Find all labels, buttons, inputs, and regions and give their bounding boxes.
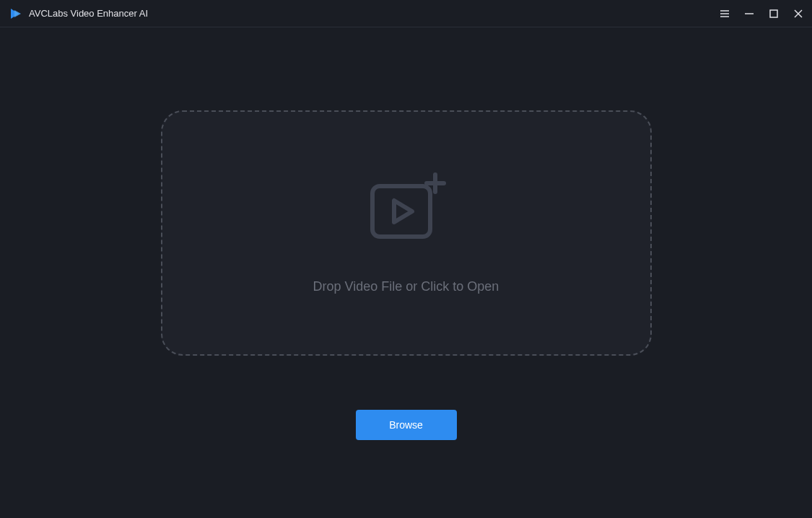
browse-button[interactable]: Browse (356, 410, 457, 440)
titlebar: AVCLabs Video Enhancer AI (0, 0, 812, 27)
menu-icon[interactable] (720, 9, 730, 19)
drop-zone-label: Drop Video File or Click to Open (313, 279, 499, 294)
titlebar-left: AVCLabs Video Enhancer AI (9, 6, 148, 21)
close-icon[interactable] (793, 9, 803, 19)
titlebar-right (720, 9, 803, 19)
svg-rect-4 (770, 10, 777, 17)
app-title: AVCLabs Video Enhancer AI (29, 8, 148, 19)
drop-zone[interactable]: Drop Video File or Click to Open (161, 110, 652, 356)
video-add-icon (367, 172, 446, 247)
content-area: Drop Video File or Click to Open Browse (0, 27, 812, 518)
maximize-icon[interactable] (769, 9, 779, 19)
browse-button-label: Browse (389, 419, 423, 431)
svg-rect-7 (372, 186, 430, 237)
app-logo-icon (9, 6, 23, 21)
minimize-icon[interactable] (744, 9, 754, 19)
